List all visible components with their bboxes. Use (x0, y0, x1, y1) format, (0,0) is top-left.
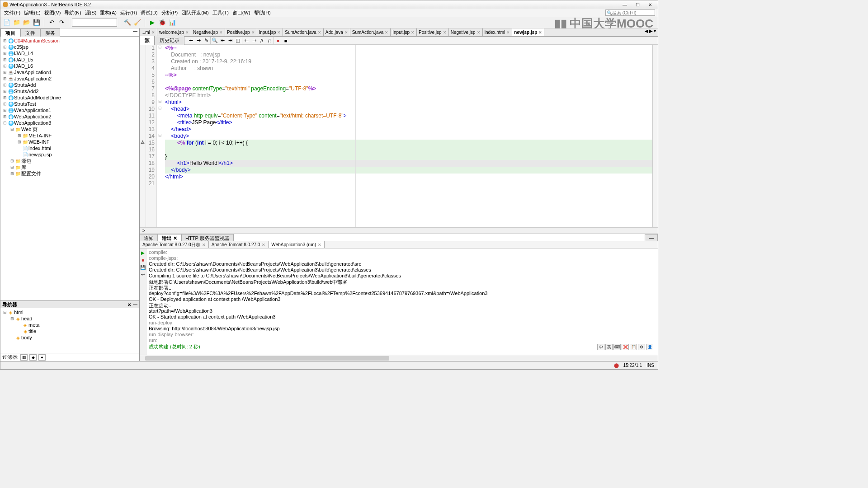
output-subtab[interactable]: WebApplication3 (run)✕ (269, 241, 325, 248)
tree-item[interactable]: ⊞🌐IJAD_L6 (0, 63, 139, 69)
close-icon[interactable]: ✕ (477, 30, 481, 35)
search-box[interactable]: 🔍 (605, 9, 655, 16)
code-line[interactable]: <head> (165, 106, 658, 113)
et-shift-left-icon[interactable]: ⇐ (243, 37, 250, 44)
output-subtab[interactable]: Apache Tomcat 8.0.27.0✕ (209, 241, 269, 248)
close-icon[interactable]: ✕ (443, 30, 447, 35)
minimize-button[interactable]: — (620, 1, 630, 8)
maximize-button[interactable]: ☐ (632, 1, 642, 8)
search-input[interactable] (605, 9, 655, 16)
et-rec-icon[interactable]: ● (274, 37, 282, 44)
tab-list-icon[interactable]: ▾ (654, 28, 656, 36)
close-icon[interactable]: ✕ (344, 30, 348, 35)
code-line[interactable]: </head> (165, 126, 658, 133)
close-icon[interactable]: ✕ (251, 30, 255, 35)
close-icon[interactable]: ✕ (318, 30, 321, 35)
tab-http-monitor[interactable]: HTTP 服务器监视器 (181, 234, 234, 241)
close-icon[interactable]: ✕ (185, 30, 189, 35)
tree-item[interactable]: 📄index.html (0, 145, 139, 151)
menu-item[interactable]: 编辑(E) (22, 10, 42, 15)
out-save-button[interactable]: 💾 (140, 264, 146, 270)
code-line[interactable]: <!DOCTYPE html> (165, 92, 658, 99)
project-tree[interactable]: ⊞🌐C04MaintainSession⊞🌐c05jsp⊞🌐IJAD_L4⊞🌐I… (0, 37, 139, 300)
code-line[interactable]: --%> (165, 72, 658, 79)
editor-tab[interactable]: Negative.jsp✕ (449, 28, 483, 36)
code-line[interactable]: <html> (165, 99, 658, 106)
code-line[interactable]: Author : shawn (165, 65, 658, 72)
tree-item[interactable]: ⊞📁源包 (0, 158, 139, 164)
code-line[interactable] (165, 79, 658, 85)
tree-item[interactable]: ⊞📁WEB-INF (0, 139, 139, 145)
tab-services[interactable]: 服务 (40, 28, 60, 37)
navigator-tree[interactable]: ⊟◈html⊟◈head◈meta◈title◈body (0, 308, 139, 353)
et-fwd-icon[interactable]: ➡ (195, 37, 202, 44)
ime-button[interactable]: ⚙ (638, 344, 645, 350)
et-find-icon[interactable]: 🔍 (211, 37, 218, 44)
tree-item[interactable]: ⊞☕JavaApplication2 (0, 75, 139, 82)
editor-tab[interactable]: Input.jsp✕ (257, 28, 283, 36)
ime-button[interactable]: 英 (605, 344, 613, 350)
editor-tab[interactable]: Add.java✕ (324, 28, 350, 36)
close-icon[interactable]: ✕ (219, 30, 223, 35)
error-badge-icon[interactable]: ⬤ (614, 363, 619, 368)
tab-notify[interactable]: 通知 (140, 234, 158, 241)
open-project-button[interactable]: 📂 (22, 18, 31, 27)
tree-item[interactable]: ⊞🌐IJAD_L4 (0, 50, 139, 56)
editor-breadcrumb[interactable]: > (140, 227, 658, 234)
close-icon[interactable]: ✕ (151, 30, 155, 35)
et-next-icon[interactable]: ⇥ (226, 37, 234, 44)
code-line[interactable]: <meta http-equiv="Content-Type" content=… (165, 113, 658, 119)
code-editor[interactable]: ⚠ 123456789101112131415161718192021 ⊟⊟⊟⊟… (140, 45, 658, 227)
code-line[interactable]: } (165, 153, 658, 160)
menu-item[interactable]: 导航(N) (62, 10, 83, 15)
filter-btn-2[interactable]: ◆ (29, 354, 37, 361)
code-line[interactable]: <body> (165, 133, 658, 140)
subtab-source[interactable]: 源 (140, 36, 155, 45)
editor-tab[interactable]: SumAction.java✕ (283, 28, 323, 36)
code-line[interactable]: </html> (165, 174, 658, 180)
code-line[interactable]: <% for (int i = 0; i < 10; i++) { (165, 140, 658, 146)
menu-item[interactable]: 工具(T) (211, 10, 231, 15)
tab-output[interactable]: 输出 ✕ (158, 234, 181, 241)
editor-tab[interactable]: welcome.jsp✕ (157, 28, 191, 36)
et-uncomment-icon[interactable]: /! (266, 37, 273, 44)
et-last-edit-icon[interactable]: ✎ (203, 37, 210, 44)
code-line[interactable]: <title>JSP Page</title> (165, 119, 658, 126)
new-project-button[interactable]: 📁 (12, 18, 21, 27)
nav-tree-item[interactable]: ◈meta (0, 322, 139, 328)
et-toggle-hl-icon[interactable]: ◫ (234, 37, 241, 44)
tree-item[interactable]: ⊞🌐c05jsp (0, 44, 139, 50)
editor-tab[interactable]: Negative.jsp✕ (191, 28, 225, 36)
tree-item[interactable]: ⊞🌐WebApplication2 (0, 113, 139, 120)
close-icon[interactable]: ✕ (318, 243, 321, 247)
nav-tree-item[interactable]: ◈body (0, 334, 139, 341)
tree-item[interactable]: ⊞📁库 (0, 164, 139, 170)
tab-projects[interactable]: 项目 (0, 28, 20, 37)
code-line[interactable]: <h1>Hello World!</h1> (165, 160, 658, 167)
tree-item[interactable]: ⊞🌐IJAD_L5 (0, 56, 139, 63)
nav-tree-item[interactable]: ⊟◈html (0, 309, 139, 315)
close-button[interactable]: ✕ (645, 1, 655, 8)
code-line[interactable]: Created on : 2017-12-9, 22:16:19 (165, 58, 658, 65)
out-wrap-button[interactable]: ↩ (140, 271, 146, 277)
nav-minimize-icon[interactable]: — (133, 302, 137, 307)
menu-item[interactable]: 帮助(H) (252, 10, 273, 15)
tree-item[interactable]: ⊞📁配置文件 (0, 170, 139, 177)
filter-btn-3[interactable]: ● (38, 354, 46, 361)
tree-item[interactable]: ⊞🌐C04MaintainSession (0, 38, 139, 44)
tree-item[interactable]: ⊞☕JavaApplication1 (0, 69, 139, 75)
new-file-button[interactable]: 📄 (2, 18, 11, 27)
save-all-button[interactable]: 💾 (32, 18, 41, 27)
tab-right-icon[interactable]: ▶ (649, 28, 653, 36)
panel-minimize-icon[interactable]: — (131, 28, 139, 37)
menu-item[interactable]: 视图(V) (42, 10, 63, 15)
run-button[interactable]: ▶ (148, 18, 157, 27)
tree-item[interactable]: ⊞🌐StrutsAdd (0, 82, 139, 88)
ime-button[interactable]: ⌨ (613, 344, 621, 350)
code-line[interactable]: <%-- (165, 45, 658, 52)
out-stop-button[interactable]: ■ (140, 257, 146, 263)
config-combo[interactable] (72, 19, 117, 27)
subtab-history[interactable]: 历史记录 (155, 36, 184, 45)
close-icon[interactable]: ✕ (385, 30, 388, 35)
tree-item[interactable]: ⊞🌐StrutsAdd2 (0, 88, 139, 94)
